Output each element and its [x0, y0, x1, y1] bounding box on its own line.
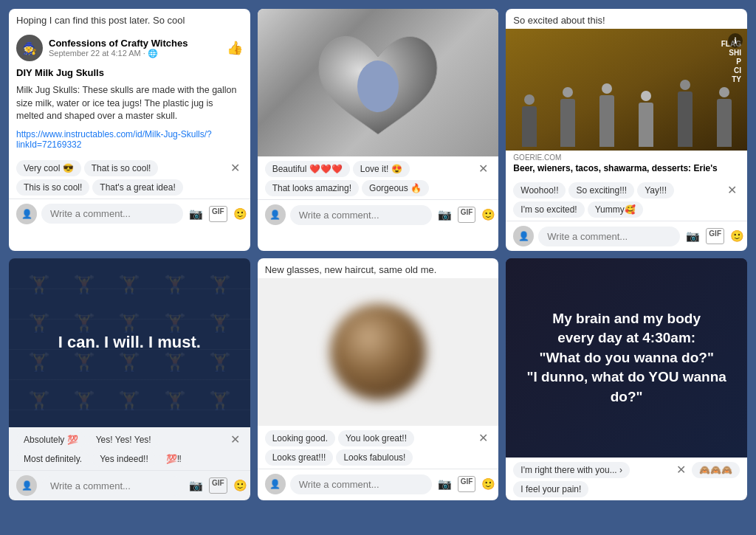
kb-19: 🏋: [152, 382, 197, 420]
kb-6: 🏋: [16, 304, 61, 342]
suggestion-chip-3-2[interactable]: So exciting!!!: [568, 182, 634, 199]
suggestion-chip-3[interactable]: This is so cool!: [16, 179, 89, 196]
kb-2: 🏋: [61, 266, 106, 304]
comment-row-2: 👤 📷 GIF 🙂: [258, 199, 499, 229]
close-suggestions-5-button[interactable]: ✕: [475, 430, 491, 446]
card-sculpture: Beautiful ❤️❤️❤️ Love it! 😍 ✕ That looks…: [258, 9, 499, 251]
gif-badge-2[interactable]: GIF: [458, 207, 476, 223]
card5-top-label: New glasses, new haircut, same old me.: [258, 258, 499, 278]
post-link[interactable]: https://www.instructables.com/id/Milk-Ju…: [9, 126, 250, 156]
suggestion-chip-4[interactable]: That's a great idea!: [92, 179, 182, 196]
comment-suggestions-5: Looking good. You look great!! ✕ Looks g…: [258, 426, 499, 469]
comment-icons-5: 📷 GIF 🙂: [436, 476, 498, 492]
comment-suggestions-3: Woohoo!! So exciting!!! Yay!!! ✕ I'm so …: [506, 178, 747, 221]
suggestion-chip-3-3[interactable]: Yay!!!: [637, 182, 674, 199]
suggestion-chip-5-2[interactable]: You look great!!: [338, 430, 414, 446]
suggestion-chip-5-3[interactable]: Looks great!!!: [265, 449, 334, 466]
avatar: 🧙: [16, 35, 43, 61]
camera-icon-btn-5[interactable]: 📷: [436, 476, 453, 492]
suggestion-chip-1[interactable]: Very cool 😎: [16, 160, 81, 176]
close-suggestions-button[interactable]: ✕: [227, 160, 243, 176]
suggestion-chip-5-1[interactable]: Looking good.: [265, 430, 335, 446]
main-grid: Hoping I can find this post later. So co…: [9, 9, 747, 500]
comment-row-5: 👤 📷 GIF 🙂: [258, 469, 499, 499]
kb-1: 🏋: [16, 266, 61, 304]
gif-badge-3[interactable]: GIF: [706, 228, 724, 244]
photo-area: [258, 278, 499, 426]
post-header: 🧙 Confessions of Crafty Witches Septembe…: [9, 29, 250, 64]
suggestion-chip-4-5[interactable]: 💯‼️: [159, 451, 189, 467]
kb-20: 🏋: [197, 382, 242, 420]
comment-row-4: 👤 📷 GIF 🙂: [9, 470, 250, 500]
comment-input-5[interactable]: [290, 474, 432, 494]
blurred-face: [330, 304, 426, 400]
suggestion-chip-3-5[interactable]: Yummy🥰: [588, 201, 643, 218]
suggestion-chip-3-1[interactable]: Woohoo!!: [513, 182, 566, 199]
suggestion-chip-4-4[interactable]: Yes indeed!!: [92, 451, 156, 467]
comment-icons-4: 📷 GIF 🙂: [188, 477, 249, 494]
post-date: September 22 at 4:12 AM · 🌐: [49, 49, 227, 58]
kb-17: 🏋: [61, 382, 106, 420]
meme-text: My brain and my body every day at 4:30am…: [520, 309, 732, 407]
sculpture-image: [258, 9, 499, 156]
comment-input[interactable]: [41, 204, 183, 224]
suggestion-chip-2-4[interactable]: Gorgeous 🔥: [362, 180, 429, 196]
suggestion-chip-2-3[interactable]: That looks amazing!: [265, 180, 359, 196]
event-description: Beer, wieners, tacos, shawarma, desserts…: [506, 163, 747, 178]
comment-row: 👤 📷 GIF 🙂: [9, 199, 250, 229]
comment-input-3[interactable]: [538, 227, 680, 246]
suggestion-chip-4-1[interactable]: Absolutely 💯: [16, 432, 86, 448]
commenter-avatar: 👤: [16, 204, 37, 224]
emoji-icon-btn-3[interactable]: 🙂: [729, 228, 746, 244]
emoji-icon-btn-2[interactable]: 🙂: [480, 207, 497, 223]
suggestion-chip-2-2[interactable]: Love it! 😍: [353, 161, 410, 177]
close-suggestions-6-button[interactable]: ✕: [673, 462, 689, 478]
camera-icon-btn-3[interactable]: 📷: [684, 228, 701, 244]
sculpture-svg: [304, 9, 452, 156]
camera-icon-btn[interactable]: 📷: [188, 206, 205, 222]
comment-input-2[interactable]: [290, 205, 432, 225]
card-event: So excited about this!: [506, 9, 747, 251]
gif-badge-5[interactable]: GIF: [458, 476, 476, 492]
comment-icons-2: 📷 GIF 🙂: [436, 207, 498, 223]
suggestion-chip-4-3[interactable]: Most definitely.: [16, 451, 89, 467]
suggestion-chip-6-2[interactable]: 🙈🙈🙈: [692, 462, 740, 478]
suggestion-chip-2-1[interactable]: Beautiful ❤️❤️❤️: [265, 161, 350, 177]
camera-icon-btn-2[interactable]: 📷: [436, 207, 453, 223]
suggestion-chip-3-4[interactable]: I'm so excited!: [513, 201, 584, 218]
event-image: FLAGSHIPCITY ℹ: [506, 29, 747, 151]
suggestion-chip-6-1[interactable]: I'm right there with you... ›: [513, 462, 630, 478]
commenter-avatar-4: 👤: [16, 475, 37, 496]
kb-4: 🏋: [152, 266, 197, 304]
suggestion-chip-4-2[interactable]: Yes! Yes! Yes!: [89, 432, 159, 448]
suggestion-chip-6-3[interactable]: I feel your pain!: [513, 481, 588, 497]
post-author: Confessions of Crafty Witches: [49, 38, 227, 49]
kb-15: 🏋: [197, 343, 242, 382]
close-suggestions-3-button[interactable]: ✕: [724, 182, 740, 199]
commenter-avatar-3: 👤: [513, 226, 534, 246]
comment-input-4[interactable]: [41, 476, 183, 496]
card4-bottom: Absolutely 💯 Yes! Yes! Yes! ✕ Most defin…: [9, 427, 250, 500]
info-icon[interactable]: ℹ: [728, 33, 743, 48]
svg-point-0: [357, 61, 399, 112]
like-icon[interactable]: 👍: [227, 40, 243, 56]
meme-line2: every day at 4:30am:: [557, 330, 695, 345]
kb-10: 🏋: [197, 304, 242, 342]
meme-line4: "I dunno, what do YOU wanna do?": [526, 369, 726, 404]
emoji-icon-btn-4[interactable]: 🙂: [232, 477, 249, 494]
post-title: DIY Milk Jug Skulls: [9, 64, 250, 81]
camera-icon-btn-4[interactable]: 📷: [188, 477, 205, 494]
suggestion-chip-5-4[interactable]: Looks fabulous!: [336, 449, 413, 466]
post-body: Milk Jug Skulls: These skulls are made w…: [9, 81, 250, 126]
comment-suggestions-2: Beautiful ❤️❤️❤️ Love it! 😍 ✕ That looks…: [258, 156, 499, 199]
card-milk-jug-skulls: Hoping I can find this post later. So co…: [9, 9, 250, 251]
close-suggestions-2-button[interactable]: ✕: [475, 161, 491, 177]
close-suggestions-4-button[interactable]: ✕: [227, 432, 243, 448]
gif-badge-4[interactable]: GIF: [209, 477, 227, 494]
suggestion-chip-2[interactable]: That is so cool!: [84, 160, 159, 176]
emoji-icon-btn[interactable]: 🙂: [232, 206, 249, 222]
emoji-icon-btn-5[interactable]: 🙂: [480, 476, 497, 492]
motivation-body: 🏋 🏋 🏋 🏋 🏋 🏋 🏋 🏋 🏋 🏋 🏋 🏋 🏋 🏋 🏋 🏋 🏋 🏋 🏋: [9, 258, 250, 427]
gif-badge[interactable]: GIF: [209, 206, 227, 222]
comment-suggestions-6: I'm right there with you... › ✕ 🙈🙈🙈 I fe…: [506, 458, 747, 500]
